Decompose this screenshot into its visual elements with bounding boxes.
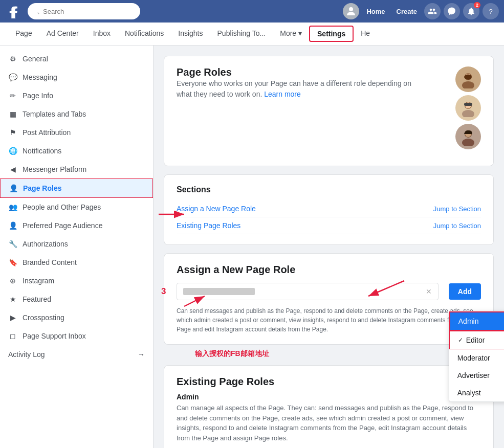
assign-row: 3 ✕ Admin Editor Moderator Advertiser An… — [177, 283, 481, 300]
create-link[interactable]: Create — [392, 8, 421, 15]
star-icon: ★ — [8, 295, 17, 303]
sidebar-item-branded-content[interactable]: 🔖 Branded Content — [0, 253, 153, 272]
activity-log-icon: → — [138, 350, 145, 359]
globe-icon: 🌐 — [8, 147, 17, 155]
assign-title: Assign a New Page Role — [177, 264, 481, 276]
dropdown-advertiser[interactable]: Advertiser — [449, 367, 504, 384]
facebook-logo — [5, 2, 24, 20]
section-assign-row: Assign a New Page Role Jump to Section — [177, 200, 481, 217]
avatar-2 — [455, 95, 481, 121]
notification-badge: 2 — [474, 2, 480, 8]
sidebar-item-people[interactable]: 👥 People and Other Pages — [0, 198, 153, 216]
avatar-1 — [455, 66, 481, 92]
existing-jump-link[interactable]: Jump to Section — [433, 222, 481, 230]
sidebar-label-messenger: Messenger Platform — [23, 165, 145, 173]
sidebar-label-featured: Featured — [23, 295, 145, 303]
existing-role-desc: Can manage all aspects of the Page. They… — [177, 403, 481, 443]
page-roles-title: Page Roles — [177, 66, 422, 78]
notifications-btn[interactable]: 2 — [463, 3, 479, 19]
help-btn[interactable]: ? — [483, 3, 499, 19]
add-role-button[interactable]: Add — [449, 283, 481, 300]
annotation-3: 3 — [161, 286, 166, 297]
settings-button[interactable]: Settings — [309, 26, 354, 42]
search-icon — [33, 8, 40, 15]
page-roles-header: Page Roles Everyone who works on your Pa… — [177, 66, 481, 149]
learn-more-link[interactable]: Learn more — [264, 90, 301, 98]
sections-title: Sections — [177, 185, 481, 194]
annotation-input-hint: 输入授权的FB邮箱地址 — [195, 349, 269, 359]
dropdown-analyst[interactable]: Analyst — [449, 384, 504, 401]
search-bar[interactable] — [28, 3, 140, 19]
templates-icon: ▦ — [8, 110, 17, 118]
sidebar-label-templates: Templates and Tabs — [23, 110, 145, 118]
sidebar-item-messenger-platform[interactable]: ◀ Messenger Platform — [0, 160, 153, 178]
search-input[interactable] — [43, 8, 135, 15]
sidebar-label-branded-content: Branded Content — [23, 258, 145, 266]
sidebar-item-page-info[interactable]: ✏ Page Info — [0, 86, 153, 105]
sidebar-label-instagram: Instagram — [23, 277, 145, 285]
sidebar-item-crossposting[interactable]: ▶ Crossposting — [0, 308, 153, 327]
sidebar-item-instagram[interactable]: ⊕ Instagram — [0, 272, 153, 290]
sections-card: Sections Assign a New Page Role Jump to … — [164, 174, 494, 245]
sidebar-item-post-attribution[interactable]: ⚑ Post Attribution — [0, 123, 153, 142]
wrench-icon: 🔧 — [8, 240, 17, 248]
assign-role-link[interactable]: Assign a New Page Role — [177, 205, 256, 213]
sidebar-item-notifications[interactable]: 🌐 Notifications — [0, 142, 153, 160]
page-tab-bar: Page Ad Center Inbox Notifications Insig… — [0, 23, 504, 46]
page-roles-card: Page Roles Everyone who works on your Pa… — [164, 56, 494, 166]
gear-icon: ⚙ — [8, 55, 17, 63]
existing-roles-title: Existing Page Roles — [177, 376, 481, 388]
svg-point-10 — [462, 139, 474, 146]
assign-jump-link[interactable]: Jump to Section — [433, 205, 481, 213]
svg-rect-6 — [464, 103, 472, 106]
flag-icon: ⚑ — [8, 128, 17, 137]
avatar-3 — [455, 124, 481, 149]
activity-log-row[interactable]: Activity Log → — [0, 345, 153, 364]
tab-insights[interactable]: Insights — [171, 23, 210, 46]
tab-help[interactable]: He — [354, 23, 377, 46]
sidebar-item-authorizations[interactable]: 🔧 Authorizations — [0, 235, 153, 253]
activity-log-label: Activity Log — [8, 350, 45, 359]
audience-icon: 👤 — [8, 221, 17, 230]
clear-input-icon[interactable]: ✕ — [426, 287, 432, 296]
sidebar-label-page-roles: Page Roles — [23, 184, 144, 192]
user-avatar — [343, 3, 359, 19]
sidebar-item-preferred-audience[interactable]: 👤 Preferred Page Audience — [0, 216, 153, 235]
role-dropdown[interactable]: Admin Editor Moderator Advertiser Analys… — [449, 311, 504, 402]
sidebar-item-page-roles[interactable]: 👤 Page Roles — [0, 178, 153, 198]
sidebar-label-messaging: Messaging — [23, 73, 145, 81]
sidebar-label-people: People and Other Pages — [23, 203, 145, 211]
person-icon: 👤 — [9, 184, 18, 192]
home-link[interactable]: Home — [362, 8, 389, 15]
video-icon: ▶ — [8, 313, 17, 322]
assign-input-wrap[interactable]: ✕ — [177, 283, 439, 300]
pencil-icon: ✏ — [8, 92, 17, 100]
sidebar-item-general[interactable]: ⚙ General — [0, 50, 153, 68]
messaging-icon: 💬 — [8, 73, 17, 81]
sidebar-item-support-inbox[interactable]: ◻ Page Support Inbox — [0, 327, 153, 345]
tab-more[interactable]: More ▾ — [273, 23, 309, 46]
friends-btn[interactable] — [424, 3, 441, 19]
main-content: Page Roles Everyone who works on your Pa… — [154, 46, 504, 448]
dropdown-editor[interactable]: Editor — [449, 331, 504, 349]
tab-notifications[interactable]: Notifications — [118, 23, 171, 46]
sidebar-item-templates[interactable]: ▦ Templates and Tabs — [0, 105, 153, 123]
sidebar-label-notifications: Notifications — [23, 147, 145, 155]
avatar-group — [445, 66, 481, 149]
existing-roles-link[interactable]: Existing Page Roles — [177, 221, 240, 230]
sidebar-item-featured[interactable]: ★ Featured — [0, 290, 153, 308]
tab-publishing[interactable]: Publishing To... — [210, 23, 273, 46]
svg-point-0 — [349, 7, 353, 11]
tab-inbox[interactable]: Inbox — [86, 23, 118, 46]
dropdown-moderator[interactable]: Moderator — [449, 349, 504, 367]
top-nav: Home Create 2 ? — [0, 0, 504, 23]
messenger-btn[interactable] — [444, 3, 460, 19]
messenger-icon: ◀ — [8, 165, 17, 173]
tab-ad-center[interactable]: Ad Center — [39, 23, 86, 46]
sidebar-item-messaging[interactable]: 💬 Messaging — [0, 68, 153, 86]
dropdown-admin[interactable]: Admin — [449, 311, 504, 331]
people-icon: 👥 — [8, 203, 17, 211]
tab-page[interactable]: Page — [8, 23, 39, 46]
svg-point-7 — [462, 110, 474, 117]
sidebar: ⚙ General 💬 Messaging ✏ Page Info ▦ Temp… — [0, 46, 154, 448]
